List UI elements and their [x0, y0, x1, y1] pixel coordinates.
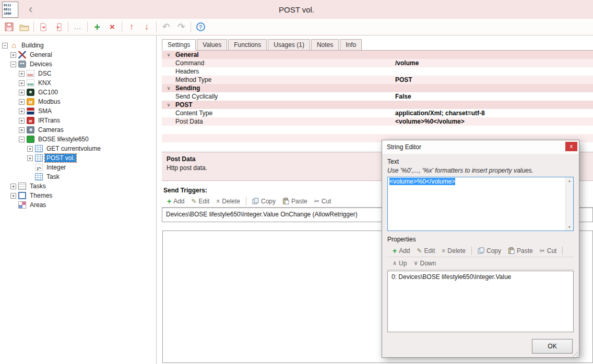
close-button[interactable]: x	[565, 142, 577, 151]
add-button[interactable]: +	[91, 21, 103, 33]
tree-item-task[interactable]: Task	[0, 172, 156, 181]
tree-item-integer[interactable]: Integer	[0, 163, 156, 172]
expander-icon[interactable]: −	[19, 137, 25, 142]
more-button[interactable]: ...	[72, 21, 84, 33]
property-row-content-type[interactable]: Content Typeapplication/Xml; charset=utf…	[162, 109, 593, 117]
tree-item-bose-lifestyle650[interactable]: −BOSE lifestyle650	[0, 135, 156, 144]
properties-list[interactable]: 0: Devices\BOSE lifestyle650\Integer.Val…	[387, 271, 574, 332]
scroll-up-icon[interactable]: ▲	[568, 179, 572, 183]
tree-item-gc100[interactable]: +GC100	[0, 88, 156, 97]
expander-icon[interactable]: −	[10, 62, 16, 67]
move-down-button[interactable]: ∨Down	[410, 259, 439, 268]
tree-item-modbus[interactable]: +Modbus	[0, 97, 156, 106]
tree-item-tasks[interactable]: +Tasks	[0, 181, 156, 191]
redo-button[interactable]: ↷	[175, 21, 187, 33]
expander-icon[interactable]: +	[19, 71, 25, 77]
collapse-chevron-icon[interactable]	[162, 52, 175, 57]
tree-item-devices[interactable]: −Devices	[0, 59, 156, 69]
property-delete-button[interactable]: ×Delete	[438, 246, 469, 256]
trigger-add-button[interactable]: +Add	[164, 197, 188, 206]
export-button[interactable]	[38, 21, 49, 33]
tab-usages[interactable]: Usages (1)	[268, 39, 310, 50]
property-name: Send Cyclically	[162, 93, 395, 100]
text-editor[interactable]: <volume>%0</volume> ▲ ▼	[387, 177, 574, 231]
back-button[interactable]: ‹	[29, 2, 32, 17]
property-value[interactable]: POST	[395, 76, 412, 83]
expander-icon[interactable]: +	[19, 118, 25, 124]
property-row-command[interactable]: Command/volume	[162, 59, 593, 67]
save-button[interactable]	[3, 21, 15, 33]
help-button[interactable]: ?	[195, 21, 206, 33]
property-paste-button[interactable]: Paste	[505, 246, 536, 256]
expander-icon[interactable]: +	[10, 193, 16, 199]
scroll-down-icon[interactable]: ▼	[568, 225, 572, 229]
tab-values[interactable]: Values	[197, 39, 227, 50]
tab-notes[interactable]: Notes	[311, 39, 339, 50]
property-row-headers[interactable]: Headers	[162, 67, 593, 76]
toolbar-separator	[87, 22, 88, 32]
tree-item-areas[interactable]: Areas	[0, 200, 156, 210]
expander-icon[interactable]: +	[27, 155, 33, 161]
selected-text[interactable]: <volume>%0</volume>	[389, 178, 455, 185]
tab-info[interactable]: Info	[340, 39, 362, 50]
trigger-paste-button[interactable]: Paste	[279, 197, 311, 206]
move-up-button[interactable]: ↑	[126, 21, 137, 33]
trigger-list-item[interactable]: Devices\BOSE lifestyle650\Integer.Value …	[166, 211, 358, 218]
undo-button[interactable]: ↶	[160, 21, 172, 33]
property-value[interactable]: /volume	[395, 59, 419, 67]
expander-icon[interactable]: +	[19, 108, 25, 114]
property-group-post[interactable]: POST	[162, 101, 593, 109]
tree-item-dsc[interactable]: +DSC	[0, 69, 156, 78]
tree-item-label: Integer	[45, 163, 67, 172]
expander-icon[interactable]: +	[10, 184, 16, 189]
property-row-post-data[interactable]: Post Data<volume>%0</volume>	[162, 117, 593, 126]
vertical-scrollbar[interactable]: ▲ ▼	[565, 177, 573, 230]
property-cut-button[interactable]: ✂Cut	[537, 246, 560, 256]
property-group-general[interactable]: General	[162, 51, 593, 59]
expander-icon[interactable]: +	[10, 52, 16, 58]
property-edit-button[interactable]: ✎Edit	[414, 246, 438, 256]
tree-item-building[interactable]: −Building	[0, 41, 156, 50]
trigger-delete-button[interactable]: ×Delete	[213, 197, 243, 206]
toolbar-separator	[122, 22, 122, 32]
tree-item-label: Task	[45, 173, 61, 181]
property-row-method-type[interactable]: Method TypePOST	[162, 76, 593, 84]
tree-item-cameras[interactable]: +Cameras	[0, 125, 156, 135]
dialog-titlebar[interactable]: String Editor x	[382, 140, 579, 154]
expander-icon[interactable]: +	[19, 80, 25, 86]
property-group-sending[interactable]: Sending	[162, 84, 593, 92]
property-row-send-cyclically[interactable]: Send CyclicallyFalse	[162, 92, 593, 101]
property-value[interactable]: False	[395, 93, 411, 100]
expander-icon[interactable]: +	[27, 146, 33, 152]
tree-item-knx[interactable]: +KNX	[0, 78, 156, 88]
move-up-button[interactable]: ∧Up	[389, 259, 410, 268]
tree-item-general[interactable]: +General	[0, 50, 156, 59]
tree-item-post-vol[interactable]: +POST vol.	[0, 153, 156, 163]
tree-item-irtrans[interactable]: +IRTrans	[0, 116, 156, 125]
ok-button[interactable]: OK	[532, 339, 573, 354]
tab-functions[interactable]: Functions	[228, 39, 267, 50]
move-down-button[interactable]: ↓	[141, 21, 152, 33]
open-button[interactable]	[18, 21, 30, 33]
expander-icon[interactable]: +	[19, 99, 25, 105]
properties-list-item[interactable]: 0: Devices\BOSE lifestyle650\Integer.Val…	[392, 273, 511, 281]
trigger-edit-button[interactable]: ✎Edit	[188, 197, 213, 206]
expander-icon[interactable]: +	[19, 127, 25, 133]
tree-item-themes[interactable]: +Themes	[0, 191, 156, 200]
tree-item-label: Building	[20, 41, 45, 50]
trigger-cut-button[interactable]: ✂Cut	[311, 197, 335, 206]
collapse-chevron-icon[interactable]	[162, 102, 175, 107]
expander-icon[interactable]: +	[19, 90, 25, 95]
tree-item-get-currentvolume[interactable]: +GET currentvolume	[0, 144, 156, 153]
property-copy-button[interactable]: Copy	[475, 246, 504, 256]
property-value[interactable]: application/Xml; charset=utf-8	[395, 110, 485, 117]
property-value[interactable]: <volume>%0</volume>	[395, 118, 465, 125]
property-add-button[interactable]: +Add	[389, 246, 413, 256]
expander-icon[interactable]: −	[2, 43, 8, 48]
collapse-chevron-icon[interactable]	[162, 86, 175, 91]
delete-button[interactable]: ×	[106, 21, 118, 33]
tree-item-sma[interactable]: +SMA	[0, 106, 156, 116]
trigger-copy-button[interactable]: Copy	[249, 197, 279, 206]
tab-settings[interactable]: Settings	[162, 39, 196, 51]
import-button[interactable]	[53, 21, 64, 33]
